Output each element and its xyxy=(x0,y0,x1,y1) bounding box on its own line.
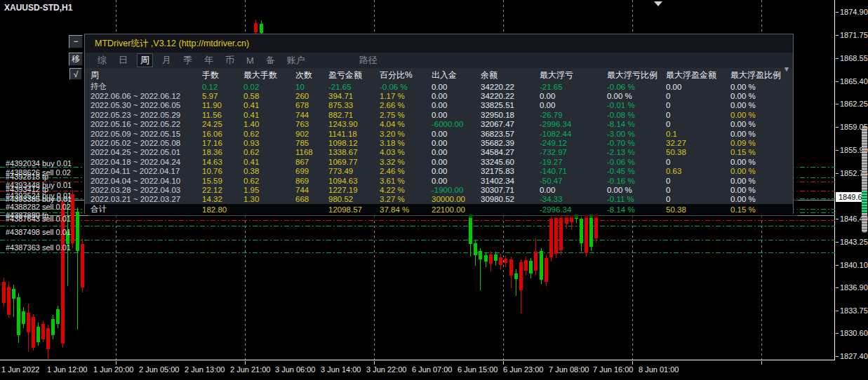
table-row[interactable]: 2022.03.21 ~ 2022.03.2714.321.30668980.5… xyxy=(85,195,793,204)
table-row[interactable]: 2022.03.28 ~ 2022.04.0322.121.957441227.… xyxy=(85,185,793,194)
table-cell: 1094.63 xyxy=(328,177,380,185)
table-row[interactable]: 2022.05.30 ~ 2022.06.0511.900.41678875.3… xyxy=(85,101,793,110)
table-cell: 0.00 % xyxy=(607,92,666,100)
axis-tick xyxy=(836,311,839,311)
table-row[interactable]: 持仓0.120.0210-21.65-0.06 %0.0034220.22-21… xyxy=(85,82,793,91)
table-row[interactable]: 2022.05.09 ~ 2022.05.1516.060.629021141.… xyxy=(85,129,793,138)
table-cell: -34.33 xyxy=(540,195,607,203)
time-label: 1 Jun 12:00 xyxy=(47,365,88,374)
table-cell: -19.27 xyxy=(540,158,607,166)
table-cell: 30307.71 xyxy=(481,186,540,194)
table-cell: 31402.34 xyxy=(481,177,540,185)
scrollbar-thumb[interactable] xyxy=(862,126,867,233)
table-cell: -0.06 % xyxy=(607,83,666,91)
table-cell: 10.76 xyxy=(202,167,243,175)
table-cell: -1900.00 xyxy=(432,186,481,194)
table-cell: 2.46 % xyxy=(380,167,432,175)
table-cell: 1.40 xyxy=(243,120,295,128)
axis-tick xyxy=(836,356,839,357)
panel-title: MTDriver统计 ,V3.12 (http://mtdriver.cn) xyxy=(95,38,249,50)
table-cell: 2.66 % xyxy=(380,101,432,109)
menu-item-日[interactable]: 日 xyxy=(116,54,131,67)
chart-shift-marker-icon[interactable] xyxy=(654,1,662,6)
menu-item-周[interactable]: 周 xyxy=(137,53,153,67)
menu-item-季[interactable]: 季 xyxy=(180,54,195,67)
table-row[interactable]: 2022.06.06 ~ 2022.06.125.970.58260394.71… xyxy=(85,91,793,100)
table-cell: 22.12 xyxy=(202,186,243,194)
column-header: 最大浮盈金额 xyxy=(666,69,730,81)
table-cell: 875.33 xyxy=(328,101,380,109)
table-cell: 2022.04.11 ~ 2022.04.17 xyxy=(91,167,202,175)
trade-level-line xyxy=(0,226,835,226)
table-row[interactable]: 2022.05.02 ~ 2022.05.0817.160.937851098.… xyxy=(85,138,793,147)
table-cell: 30000.00 xyxy=(432,195,481,203)
table-cell: 2022.06.06 ~ 2022.06.12 xyxy=(91,92,202,100)
time-label: 2 Jun 05:00 xyxy=(139,365,180,374)
table-cell: 0 xyxy=(666,186,730,194)
axis-tick xyxy=(836,150,839,151)
time-axis[interactable]: 1 Jun 20221 Jun 12:001 Jun 20:002 Jun 05… xyxy=(0,361,868,380)
table-cell: 0.00 xyxy=(432,130,481,138)
menu-item-综[interactable]: 综 xyxy=(95,54,109,67)
table-cell: 0.41 xyxy=(243,158,295,166)
panel-sqrt-button[interactable]: √ xyxy=(69,68,82,80)
table-row[interactable]: 2022.04.11 ~ 2022.04.1710.760.38699773.4… xyxy=(85,167,793,176)
table-row[interactable]: 2022.05.23 ~ 2022.05.2911.560.41744882.7… xyxy=(85,110,793,119)
menu-item-年[interactable]: 年 xyxy=(201,54,216,67)
table-cell: 11.90 xyxy=(202,101,243,109)
table-cell: 2022.04.04 ~ 2022.04.10 xyxy=(91,177,202,185)
table-cell: 0.41 xyxy=(243,101,295,109)
mt4-window: XAUUSD-STD,H1 #4392034 buy 0.01#4388626 … xyxy=(0,0,868,380)
time-label: 3 Jun 14:00 xyxy=(321,365,361,374)
total-cell: 50.38 xyxy=(666,205,730,214)
axis-tick xyxy=(836,35,839,36)
symbol-title: XAUUSD-STD,H1 xyxy=(4,3,72,13)
table-cell: 0.00 xyxy=(666,83,730,91)
table-cell: 3.18 % xyxy=(380,139,432,147)
menu-item-账户[interactable]: 账户 xyxy=(284,54,308,67)
table-cell: 0.00 % xyxy=(730,120,793,128)
scrollbar-green-segment xyxy=(862,191,867,213)
table-cell: 0 xyxy=(666,101,730,109)
table-cell: 0.00 % xyxy=(607,186,666,194)
menu-item-月[interactable]: 月 xyxy=(159,54,174,67)
table-cell: 0.00 % xyxy=(730,158,793,166)
table-row[interactable]: 2022.04.25 ~ 2022.05.0118.360.6211681338… xyxy=(85,148,793,157)
table-cell: -26.79 xyxy=(540,111,607,119)
table-cell: 0.00 % xyxy=(730,83,793,91)
table-cell: 0.00 % xyxy=(730,101,793,109)
table-cell: 260 xyxy=(295,92,328,100)
table-cell: 1168 xyxy=(295,148,328,156)
column-header: 周 xyxy=(91,69,202,81)
table-cell: 902 xyxy=(295,130,328,138)
table-row[interactable]: 2022.05.16 ~ 2022.05.2224.251.407631243.… xyxy=(85,120,793,129)
trade-level-line xyxy=(0,252,835,253)
table-cell: 2022.04.25 ~ 2022.05.01 xyxy=(91,148,202,156)
menu-item-路径[interactable]: 路径 xyxy=(356,54,380,67)
table-cell: 34220.22 xyxy=(481,92,540,100)
table-cell: 3.20 % xyxy=(380,130,432,138)
total-cell: 37.84 % xyxy=(380,205,432,214)
price-label: 1840.10 xyxy=(840,261,868,269)
table-cell: 30980.52 xyxy=(481,195,540,203)
menu-item-M[interactable]: M xyxy=(243,55,257,66)
panel-move-button[interactable]: 移 xyxy=(69,53,83,66)
chevron-down-icon[interactable]: ▼ xyxy=(783,65,790,73)
table-cell: 0.00 % xyxy=(730,130,793,138)
table-cell: 0.00 % xyxy=(730,167,793,175)
table-cell: 15.59 xyxy=(202,177,243,185)
panel-title-bar[interactable]: MTDriver统计 ,V3.12 (http://mtdriver.cn) xyxy=(85,34,793,53)
table-cell: 0.15 % xyxy=(730,148,793,156)
menu-item-备[interactable]: 备 xyxy=(263,54,278,67)
time-label: 3 Jun 06:00 xyxy=(275,365,316,374)
table-row[interactable]: 2022.04.04 ~ 2022.04.1015.590.628691094.… xyxy=(85,176,793,185)
table-cell: 1.95 xyxy=(243,186,295,194)
menu-item-币[interactable]: 币 xyxy=(222,54,237,67)
table-row[interactable]: 2022.04.18 ~ 2022.04.2414.630.418671069.… xyxy=(85,157,793,166)
column-header: 百分比% xyxy=(380,69,432,81)
panel-minimize-button[interactable]: − xyxy=(69,35,83,48)
axis-tick xyxy=(836,265,839,266)
table-cell: 699 xyxy=(295,167,328,175)
table-cell: 0.00 % xyxy=(730,92,793,100)
price-label: 1830.60 xyxy=(840,329,868,337)
